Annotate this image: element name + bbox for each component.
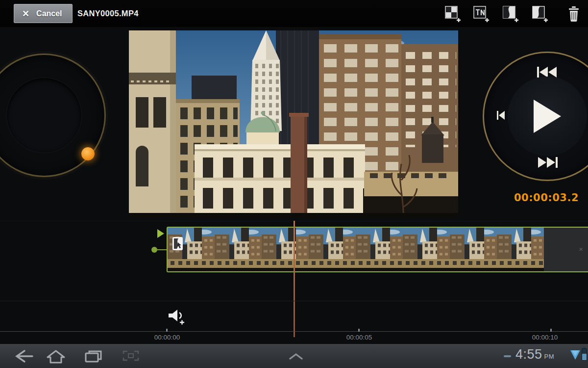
screenshot-icon [122, 349, 140, 362]
play-button[interactable] [508, 77, 587, 156]
transition-chip[interactable] [172, 237, 183, 250]
add-transition-icon [501, 5, 520, 23]
add-overlay-icon [531, 5, 549, 23]
minus-icon[interactable] [504, 355, 511, 357]
add-title-button[interactable] [472, 5, 490, 23]
add-overlay-button[interactable] [531, 5, 549, 23]
ruler-tick [358, 329, 360, 332]
ruler-line [0, 331, 588, 332]
clock-meridiem: PM [544, 353, 555, 360]
video-clip[interactable]: × [167, 227, 588, 272]
android-nav-bar [0, 343, 588, 368]
top-bar: ✕ Cancel SANY0005.MP4 [0, 0, 588, 27]
back-icon [13, 349, 34, 363]
track-divider [0, 301, 588, 301]
wifi-signal-icon [570, 350, 581, 363]
jog-wheel[interactable] [0, 53, 106, 177]
ruler-tick [166, 329, 168, 332]
clock-time: 4:55 [515, 347, 542, 362]
add-effect-button[interactable] [443, 5, 462, 23]
previous-frame-button[interactable] [497, 111, 505, 122]
ruler-tick [550, 329, 552, 332]
cancel-button[interactable]: ✕ Cancel [14, 4, 73, 23]
clip-end-marker[interactable]: × [579, 245, 583, 253]
battery-icon [582, 348, 587, 361]
skip-to-start-icon [537, 67, 558, 78]
trash-icon [566, 5, 581, 23]
add-title-icon [472, 5, 490, 23]
ruler-label-0: 00:00:00 [145, 334, 189, 341]
chevron-up-icon [288, 353, 304, 360]
skip-to-end-icon [537, 157, 558, 168]
previous-frame-icon [497, 111, 505, 120]
play-icon [533, 99, 562, 134]
back-button[interactable] [13, 349, 34, 365]
playback-wheel [483, 52, 588, 181]
home-icon [46, 349, 66, 364]
recent-apps-button[interactable] [84, 349, 103, 365]
expand-tray-button[interactable] [288, 353, 304, 362]
skip-to-end-button[interactable] [537, 157, 558, 170]
transition-chip-icon [172, 237, 183, 250]
ruler-label-2: 00:00:10 [523, 334, 567, 341]
screenshot-button[interactable] [122, 349, 140, 364]
playhead[interactable] [294, 221, 295, 337]
video-editor-screen: ✕ Cancel SANY0005.MP4 [0, 0, 588, 368]
ruler-label-1: 00:00:05 [337, 334, 381, 341]
recent-apps-icon [84, 349, 103, 363]
current-timecode: 00:00:03.2 [510, 192, 583, 204]
add-transition-button[interactable] [501, 5, 520, 23]
home-button[interactable] [46, 349, 66, 366]
project-filename: SANY0005.MP4 [77, 0, 139, 27]
clip-knob[interactable] [151, 247, 157, 253]
speaker-plus-icon [168, 309, 187, 325]
video-preview[interactable] [129, 30, 458, 217]
clip-start-triangle[interactable] [157, 229, 164, 238]
add-effect-icon [443, 5, 462, 23]
cancel-label: Cancel [36, 9, 62, 18]
jog-wheel-face [7, 78, 81, 153]
video-frame-cityscape [129, 30, 458, 217]
clip-thumbnails [168, 228, 544, 271]
status-clock[interactable]: 4:55PM [515, 347, 554, 362]
add-audio-button[interactable] [168, 309, 187, 325]
jog-handle-dot[interactable] [81, 147, 95, 160]
close-icon: ✕ [22, 8, 29, 19]
delete-button[interactable] [566, 5, 585, 23]
